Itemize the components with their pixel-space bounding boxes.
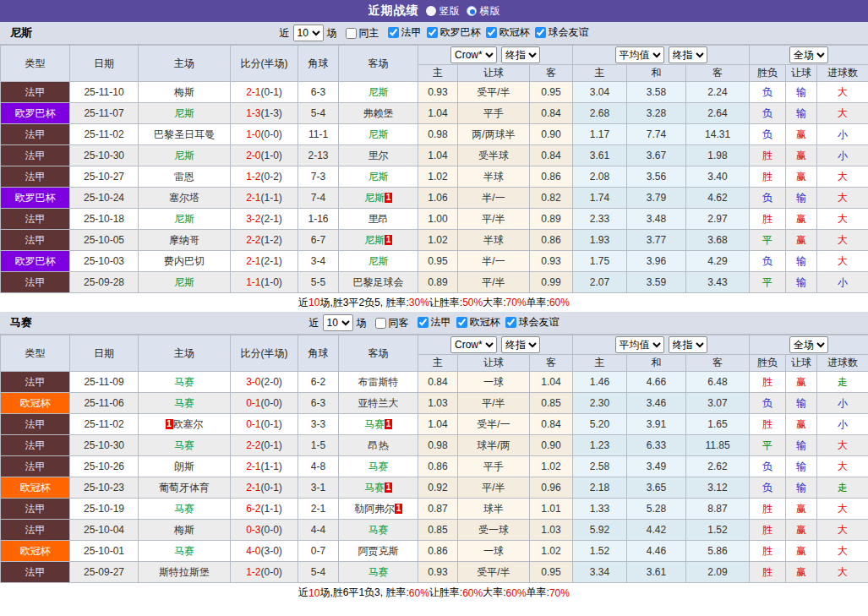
match-count-select[interactable]: 10 [323,314,353,331]
league-cell: 欧冠杯 [1,477,70,499]
near-label: 近 [280,26,290,41]
league-filter-法甲[interactable]: 法甲 [383,25,422,40]
handicap-home-odds: 0.87 [418,499,458,520]
result-cell: 负 [750,188,786,209]
same-venue-checkbox[interactable] [375,318,386,329]
odds-stage-select[interactable]: 终指 [501,336,540,353]
team-name-nice: 尼斯 [10,25,32,41]
scope-select[interactable]: 全场 [789,46,828,63]
league-filter-欧冠杯[interactable]: 欧冠杯 [481,25,530,40]
odds-home: 1.93 [573,230,627,251]
league-filter-法甲[interactable]: 法甲 [412,315,451,330]
odds-away: 3.68 [686,230,750,251]
goals-result-cell: 大 [817,209,868,230]
odds-away: 8.87 [686,499,750,520]
league-checkbox[interactable] [505,317,516,328]
team-label: 马赛 [174,376,194,388]
sub-column-header: 进球数 [817,355,868,372]
away-team-cell: 勒阿弗尔1 [339,499,418,520]
league-filter-欧罗巴杯[interactable]: 欧罗巴杯 [422,25,481,40]
handicap-result-cell: 输 [786,82,817,103]
home-team-cell: 马赛 [139,372,231,393]
league-cell: 法甲 [1,166,70,188]
odds-away: 11.85 [686,435,750,456]
handicap-away-odds: 0.84 [530,414,573,435]
team-name-marseille: 马赛 [10,315,32,330]
away-team-cell: 尼斯 [339,251,418,272]
odds-away: 4.29 [686,251,750,272]
team-label: 尼斯 [368,171,389,183]
league-checkbox[interactable] [486,27,497,38]
odds-away: 2.64 [686,103,750,124]
halftime-score: (1-1) [261,503,282,515]
odds-stage-select[interactable]: 终指 [669,336,707,353]
layout-option-vertical[interactable]: 竖版 [426,4,460,19]
corner-cell: 6-2 [298,372,339,393]
league-cell: 法甲 [1,520,70,541]
team-label: 尼斯 [364,192,385,204]
handicap-result-cell: 输 [786,477,817,499]
result-header-group: 全场 [750,335,868,355]
odds-stage-select[interactable]: 终指 [501,46,540,63]
league-checkbox[interactable] [535,27,546,38]
odds-away: 2.62 [686,456,750,477]
handicap-home-odds: 0.95 [418,251,458,272]
fulltime-score: 1-1 [246,276,260,288]
column-header: 角球 [298,335,339,372]
fulltime-score: 2-0 [246,150,260,161]
goals-result-cell: 大 [817,251,868,272]
league-label: 球会友谊 [549,25,589,40]
handicap-home-odds: 1.00 [418,209,458,230]
odds-draw: 3.48 [627,209,686,230]
league-checkbox[interactable] [388,27,399,38]
league-checkbox[interactable] [456,317,467,328]
odds-home: 1.33 [573,499,627,520]
league-filter-球会友谊[interactable]: 球会友谊 [530,25,589,40]
scope-select[interactable]: 全场 [789,336,828,353]
away-team-cell: 尼斯1 [339,230,418,251]
table-row: 法甲25-10-26朗斯2-1(1-1)4-8马赛0.86平手1.022.583… [1,456,868,477]
halftime-score: (2-1) [261,255,282,267]
league-filter-欧冠杯[interactable]: 欧冠杯 [451,315,500,330]
goals-result-cell: 走 [817,372,868,393]
league-cell: 法甲 [1,272,70,293]
fulltime-score: 1-0 [246,128,260,140]
odds-stage-select[interactable]: 终指 [669,46,707,63]
average-select[interactable]: 平均值 [615,336,664,353]
average-select[interactable]: 平均值 [615,46,664,63]
score-cell: 2-1(2-1) [231,251,298,272]
away-team-cell: 昂热 [339,435,418,456]
same-venue-option[interactable]: 同主 [341,26,379,41]
vertical-radio-icon[interactable] [426,6,436,16]
fulltime-score: 1-3 [246,107,260,119]
match-count-select[interactable]: 10 [293,25,324,41]
horizontal-radio-icon[interactable] [467,6,477,16]
home-team-cell: 马赛 [139,435,231,456]
date-cell: 25-11-10 [70,82,139,103]
column-header: 主场 [139,46,231,82]
layout-option-horizontal[interactable]: 横版 [467,4,500,19]
league-checkbox[interactable] [427,27,438,38]
handicap-away-odds: 0.86 [530,230,573,251]
table-row: 法甲25-10-27雷恩1-2(0-2)7-3尼斯1.02半球0.862.083… [1,166,868,188]
odds-away: 3.40 [686,166,750,188]
handicap-line: 半球 [458,230,530,251]
corner-cell: 6-7 [298,230,339,251]
fulltime-score: 2-1 [246,482,260,493]
odds-draw: 3.58 [627,82,686,103]
bookmaker-select[interactable]: Crow* [450,336,497,353]
league-checkbox[interactable] [418,317,429,328]
league-filter-球会友谊[interactable]: 球会友谊 [500,315,560,330]
odds-away: 1.98 [686,145,750,166]
summary-segment: 60% [506,587,527,599]
fulltime-score: 0-1 [246,397,260,409]
result-cell: 平 [750,272,786,293]
team-label: 布雷斯特 [358,376,399,388]
odds-draw: 3.65 [627,477,686,499]
handicap-result-cell: 赢 [786,541,817,562]
result-cell: 负 [750,456,786,477]
same-venue-checkbox[interactable] [346,28,357,39]
goals-result-cell: 小 [817,414,868,435]
bookmaker-select[interactable]: Crow* [450,46,497,63]
same-venue-option[interactable]: 同客 [370,316,409,330]
